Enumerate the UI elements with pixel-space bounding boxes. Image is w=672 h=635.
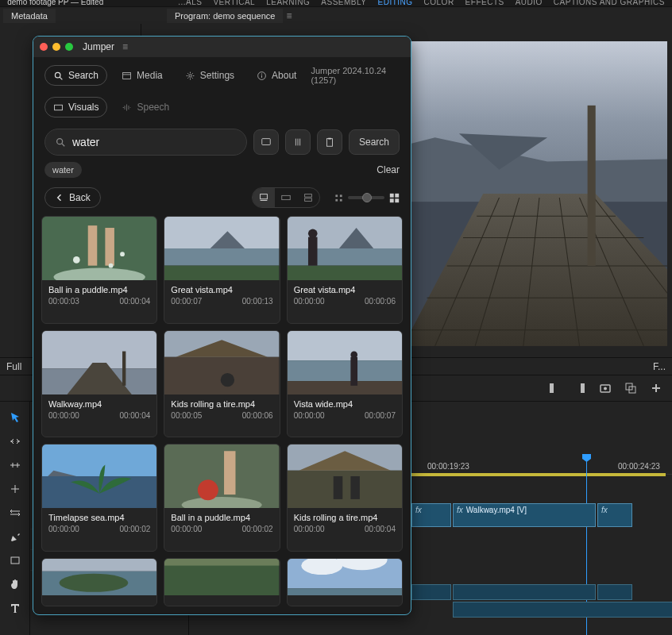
in-time: 00:00:00 xyxy=(171,525,202,533)
layout-card-icon[interactable] xyxy=(253,188,275,207)
mark-in-icon[interactable] xyxy=(548,382,561,394)
export-frame-icon[interactable] xyxy=(624,382,637,394)
nav-search[interactable]: Search xyxy=(44,65,107,86)
workspace-tab[interactable]: VERTICAL xyxy=(213,0,255,6)
workspace-tab[interactable]: ASSEMBLY xyxy=(321,0,366,6)
snapshot-icon[interactable] xyxy=(599,382,612,394)
result-card[interactable]: Kids rolling a tire.mp4 00:00:0000:00:04 xyxy=(287,444,403,552)
svg-rect-48 xyxy=(328,138,331,140)
minimize-icon[interactable] xyxy=(52,43,60,51)
plus-icon[interactable] xyxy=(650,382,662,394)
svg-rect-25 xyxy=(11,557,19,564)
timecode-label: 00:00:19:23 xyxy=(427,462,469,471)
result-card[interactable] xyxy=(287,558,403,607)
grid-small-icon xyxy=(334,194,343,202)
screen-icon xyxy=(261,137,272,148)
result-card[interactable]: Great vista.mp4 00:00:0700:00:13 xyxy=(164,216,280,324)
pen-tool[interactable] xyxy=(7,529,23,545)
type-tool[interactable] xyxy=(7,600,23,616)
slip-tool[interactable] xyxy=(7,505,23,521)
svg-rect-51 xyxy=(282,195,291,199)
ripple-tool[interactable] xyxy=(7,433,23,449)
search-input[interactable] xyxy=(72,136,237,148)
search-box[interactable] xyxy=(44,129,247,156)
close-icon[interactable] xyxy=(40,43,48,51)
workspace-tab[interactable]: EFFECTS xyxy=(465,0,504,6)
search-icon xyxy=(55,137,66,148)
svg-point-68 xyxy=(109,264,114,268)
svg-rect-43 xyxy=(55,105,63,110)
rate-stretch-tool[interactable] xyxy=(7,457,23,473)
result-card[interactable]: Great vista.mp4 00:00:0000:00:06 xyxy=(287,216,403,324)
selection-tool[interactable] xyxy=(7,410,23,425)
window-menu-icon[interactable]: ≡ xyxy=(122,41,128,52)
fit-label-right[interactable]: F... xyxy=(653,361,666,372)
columns-button[interactable] xyxy=(285,129,311,155)
nav-about[interactable]: About xyxy=(249,66,304,85)
result-title: Timelapse sea.mp4 xyxy=(48,513,150,522)
display-mode-button[interactable] xyxy=(253,129,279,155)
svg-rect-74 xyxy=(288,248,402,266)
window-titlebar[interactable]: Jumper ≡ xyxy=(33,37,411,57)
result-card[interactable] xyxy=(41,558,157,607)
back-button[interactable]: Back xyxy=(44,187,101,208)
hand-tool[interactable] xyxy=(7,576,23,592)
video-clip-walkway[interactable]: fxWalkway.mp4 [V] xyxy=(453,503,596,527)
program-viewer[interactable] xyxy=(411,41,667,346)
audio-clip[interactable] xyxy=(453,584,596,600)
out-time: 00:00:04 xyxy=(119,411,150,420)
search-button[interactable]: Search xyxy=(349,129,400,155)
tab-visuals[interactable]: Visuals xyxy=(44,97,107,117)
result-card[interactable]: Timelapse sea.mp4 00:00:0000:00:02 xyxy=(41,444,157,552)
mark-out-icon[interactable] xyxy=(574,382,586,394)
result-card[interactable]: Kids rolling a tire.mp4 00:00:0500:00:06 xyxy=(164,330,280,438)
workspace-tab[interactable]: AUDIO xyxy=(516,0,543,6)
svg-rect-47 xyxy=(326,139,332,147)
fit-label-left[interactable]: Full xyxy=(6,361,21,372)
in-time: 00:00:07 xyxy=(171,297,202,306)
workspace-tab[interactable]: COLOR xyxy=(424,0,454,6)
workspace-tab[interactable]: ...ALS xyxy=(178,0,202,6)
video-clip[interactable]: fx xyxy=(411,503,451,527)
video-clip[interactable]: fx xyxy=(597,503,632,527)
nav-media[interactable]: Media xyxy=(114,66,171,85)
result-card[interactable]: Ball in a puddle.mp4 00:00:0000:00:02 xyxy=(164,444,280,552)
search-tag[interactable]: water xyxy=(44,162,82,178)
out-time: 00:00:07 xyxy=(365,411,396,420)
razor-tool[interactable] xyxy=(7,481,23,497)
zoom-icon[interactable] xyxy=(65,43,73,51)
clear-button[interactable]: Clear xyxy=(377,164,400,175)
audio-clip[interactable] xyxy=(453,602,672,618)
clipboard-button[interactable] xyxy=(317,129,342,155)
info-icon xyxy=(257,71,267,81)
workspace-tab-active[interactable]: EDITING xyxy=(377,0,412,6)
jumper-window: Jumper ≡ Search Media Settings About Jum… xyxy=(33,36,411,615)
svg-line-36 xyxy=(60,77,62,79)
audio-clip[interactable] xyxy=(597,584,632,600)
columns-icon xyxy=(292,137,303,148)
nav-settings[interactable]: Settings xyxy=(177,66,242,85)
workspace-tab[interactable]: LEARNING xyxy=(266,0,310,6)
metadata-tab[interactable]: Metadata xyxy=(3,9,56,23)
workspace-tab[interactable]: CAPTIONS AND GRAPHICS xyxy=(554,0,665,6)
svg-rect-57 xyxy=(340,198,342,201)
audio-clip[interactable] xyxy=(411,584,451,600)
result-card[interactable]: Vista wide.mp4 00:00:0000:00:07 xyxy=(287,330,403,438)
svg-rect-52 xyxy=(305,194,312,198)
thumbnail xyxy=(288,217,402,280)
panel-menu-icon[interactable]: ≡ xyxy=(286,10,292,21)
layout-stack-icon[interactable] xyxy=(297,188,319,207)
thumbnail-size-slider[interactable] xyxy=(334,193,400,203)
tab-speech[interactable]: Speech xyxy=(114,97,177,117)
work-area-bar[interactable] xyxy=(411,473,666,476)
result-card[interactable]: Ball in a puddle.mp4 00:00:0300:00:04 xyxy=(41,216,157,324)
result-card[interactable] xyxy=(164,558,280,607)
out-time: 00:00:06 xyxy=(365,297,396,306)
version-label: Jumper 2024.10.24 (1257) xyxy=(311,66,400,85)
rectangle-tool[interactable] xyxy=(7,552,23,568)
thumbnail xyxy=(288,331,402,394)
layout-wide-icon[interactable] xyxy=(275,188,297,207)
program-tab[interactable]: Program: demo sequence xyxy=(167,9,284,23)
result-card[interactable]: Walkway.mp4 00:00:0000:00:04 xyxy=(41,330,157,438)
svg-rect-100 xyxy=(288,471,402,508)
